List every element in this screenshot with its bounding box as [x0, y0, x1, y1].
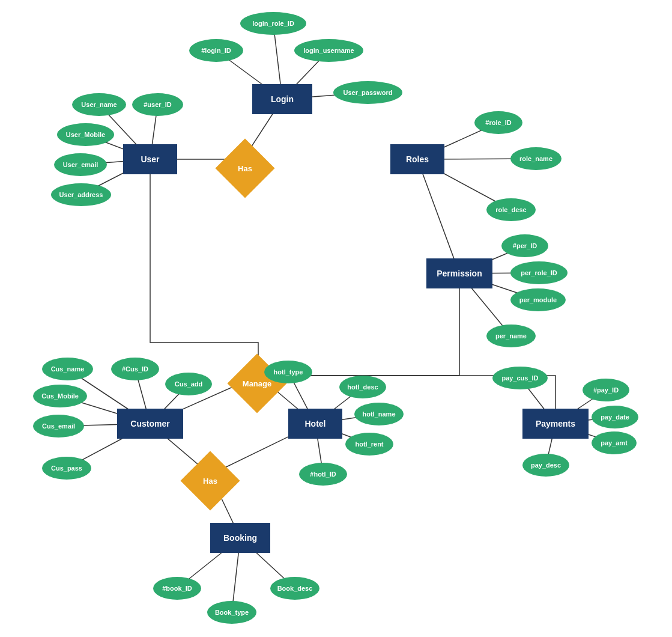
- entity-permission: Permission: [426, 258, 492, 288]
- attr-login_ID: #login_ID: [189, 39, 243, 62]
- attr-user_password: User_password: [333, 81, 402, 104]
- attr-pay_amt: pay_amt: [592, 431, 637, 454]
- attr-login_role_ID: login_role_ID: [240, 12, 306, 35]
- attr-hotl_ID: #hotl_ID: [299, 463, 347, 486]
- attr-role_ID: #role_ID: [474, 111, 522, 134]
- diamond-has_bottom: Has: [186, 457, 234, 505]
- attr-cus_ID: #Cus_ID: [111, 358, 159, 380]
- attr-login_username: login_username: [294, 39, 363, 62]
- attr-per_module: per_module: [510, 288, 566, 311]
- attr-user_mobile: User_Mobile: [57, 123, 114, 146]
- attr-hotl_rent: hotl_rent: [345, 433, 393, 456]
- attr-hotl_name: hotl_name: [354, 403, 404, 425]
- diamond-has_top: Has: [221, 144, 269, 192]
- attr-pay_date: pay_date: [592, 406, 638, 428]
- attr-cus_add: Cus_add: [165, 373, 212, 395]
- attr-user_address: User_address: [51, 183, 111, 206]
- attr-role_name: role_name: [510, 147, 562, 170]
- attr-per_name: per_name: [486, 325, 536, 347]
- entity-user: User: [123, 144, 177, 174]
- attr-hotl_desc: hotl_desc: [339, 376, 386, 398]
- entity-payments: Payments: [522, 409, 589, 439]
- attr-cus_pass: Cus_pass: [42, 457, 91, 480]
- attr-book_type: Book_type: [207, 601, 256, 624]
- entity-hotel: Hotel: [288, 409, 342, 439]
- attr-user_email: User_email: [54, 153, 107, 176]
- attr-pay_cus_ID: pay_cus_ID: [492, 367, 548, 389]
- attr-pay_ID: #pay_ID: [583, 379, 629, 401]
- attr-per_role_ID: per_role_ID: [510, 261, 568, 284]
- attr-cus_name: Cus_name: [42, 358, 93, 380]
- attr-role_desc: role_desc: [486, 198, 536, 221]
- attr-user_name: User_name: [72, 93, 126, 116]
- entity-roles: Roles: [390, 144, 444, 174]
- svg-line-18: [417, 159, 459, 273]
- entity-login: Login: [252, 84, 312, 114]
- attr-cus_email: Cus_email: [33, 415, 84, 437]
- attr-cus_mobile: Cus_Mobile: [33, 385, 87, 407]
- entity-customer: Customer: [117, 409, 183, 439]
- er-diagram: LoginUserRolesPermissionCustomerHotelPay…: [0, 0, 672, 637]
- attr-pay_desc: pay_desc: [522, 454, 569, 477]
- attr-book_ID: #book_ID: [153, 577, 201, 600]
- attr-per_ID: #per_ID: [501, 234, 548, 257]
- attr-book_desc: Book_desc: [270, 577, 319, 600]
- attr-hotl_type: hotl_type: [264, 361, 312, 383]
- attr-user_ID: #user_ID: [132, 93, 183, 116]
- entity-booking: Booking: [210, 523, 270, 553]
